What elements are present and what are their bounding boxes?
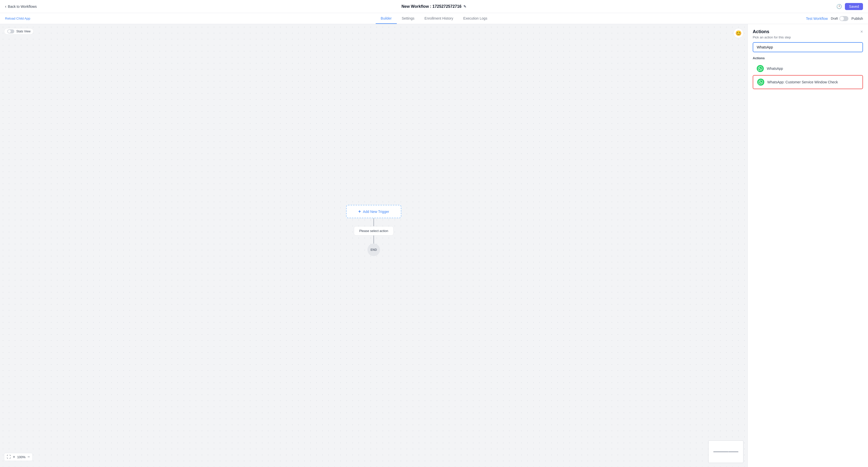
whatsapp-icon xyxy=(757,65,764,72)
connector-line-2 xyxy=(373,236,374,244)
whatsapp-csw-icon xyxy=(757,79,764,86)
publish-button[interactable]: Publish xyxy=(851,17,863,21)
test-workflow-button[interactable]: Test Workflow xyxy=(806,17,828,21)
tab-enrollment[interactable]: Enrollment History xyxy=(420,13,458,24)
history-icon[interactable]: 🕐 xyxy=(836,4,842,9)
draft-toggle-switch[interactable] xyxy=(839,16,848,21)
action-item-whatsapp-csw[interactable]: WhatsApp: Customer Service Window Check xyxy=(753,75,863,89)
back-label: Back to Workflows xyxy=(8,4,37,8)
minimap xyxy=(708,440,743,463)
action-label-whatsapp: WhatsApp xyxy=(767,66,783,70)
action-item-whatsapp[interactable]: WhatsApp xyxy=(753,62,863,75)
close-panel-button[interactable]: × xyxy=(860,29,863,34)
panel-title: Actions xyxy=(753,29,791,34)
connector-line-1 xyxy=(373,218,374,226)
trigger-plus-icon: + xyxy=(359,209,361,214)
panel-subtitle: Pick an action for this step xyxy=(753,35,791,39)
minimap-inner xyxy=(709,441,743,463)
stats-label: Stats View xyxy=(16,30,30,33)
actions-panel: Actions Pick an action for this step × A… xyxy=(747,24,868,467)
saved-button[interactable]: Saved xyxy=(845,3,863,10)
end-node: END xyxy=(367,244,380,256)
zoom-out-button[interactable]: − xyxy=(28,455,30,459)
workflow-canvas[interactable]: Stats View 😊 + Add New Trigger Please se… xyxy=(0,24,747,467)
trigger-label: Add New Trigger xyxy=(363,210,389,214)
reload-child-app-button[interactable]: Reload Child App xyxy=(5,17,30,20)
draft-toggle-container: Draft xyxy=(831,16,848,21)
fullscreen-button[interactable]: ⛶ xyxy=(7,455,11,459)
tab-settings[interactable]: Settings xyxy=(397,13,420,24)
face-icon-button[interactable]: 😊 xyxy=(733,28,743,38)
canvas-controls: ⛶ + 100% − xyxy=(4,453,33,461)
panel-body: Actions WhatsApp WhatsApp: Customer Serv… xyxy=(748,42,868,467)
minimap-node-1 xyxy=(713,452,728,452)
tab-builder[interactable]: Builder xyxy=(376,13,397,24)
back-to-workflows-link[interactable]: ‹ Back to Workflows xyxy=(5,4,37,9)
workflow-nodes: + Add New Trigger Please select action E… xyxy=(346,205,401,256)
panel-title-group: Actions Pick an action for this step xyxy=(753,29,791,39)
panel-header: Actions Pick an action for this step × xyxy=(748,24,868,42)
trigger-node[interactable]: + Add New Trigger xyxy=(346,205,401,218)
workflow-title: New Workflow : 1725272572716 ✎ xyxy=(402,4,467,9)
workflow-name: New Workflow : 1725272572716 xyxy=(402,4,462,9)
tab-execution[interactable]: Execution Logs xyxy=(458,13,492,24)
top-right-actions: 🕐 Saved xyxy=(836,3,863,10)
action-label-whatsapp-csw: WhatsApp: Customer Service Window Check xyxy=(767,80,838,84)
zoom-in-button[interactable]: + xyxy=(13,455,15,459)
nav-right: Test Workflow Draft Publish xyxy=(806,16,863,21)
stats-toggle[interactable]: Stats View xyxy=(4,28,34,35)
edit-icon[interactable]: ✎ xyxy=(463,4,466,8)
stats-toggle-switch[interactable] xyxy=(7,29,14,33)
back-arrow-icon: ‹ xyxy=(5,4,6,9)
zoom-level-display: 100% xyxy=(17,455,25,459)
minimap-node-2 xyxy=(728,452,738,452)
action-search-input[interactable] xyxy=(753,42,863,52)
nav-tabs: Builder Settings Enrollment History Exec… xyxy=(376,13,492,24)
nav-bar: Reload Child App Builder Settings Enroll… xyxy=(0,13,868,24)
main-content: Stats View 😊 + Add New Trigger Please se… xyxy=(0,24,868,467)
draft-label: Draft xyxy=(831,17,838,20)
actions-section-label: Actions xyxy=(753,56,863,60)
top-bar: ‹ Back to Workflows New Workflow : 17252… xyxy=(0,0,868,13)
action-node[interactable]: Please select action xyxy=(354,226,394,236)
nav-left: Reload Child App xyxy=(5,17,30,20)
